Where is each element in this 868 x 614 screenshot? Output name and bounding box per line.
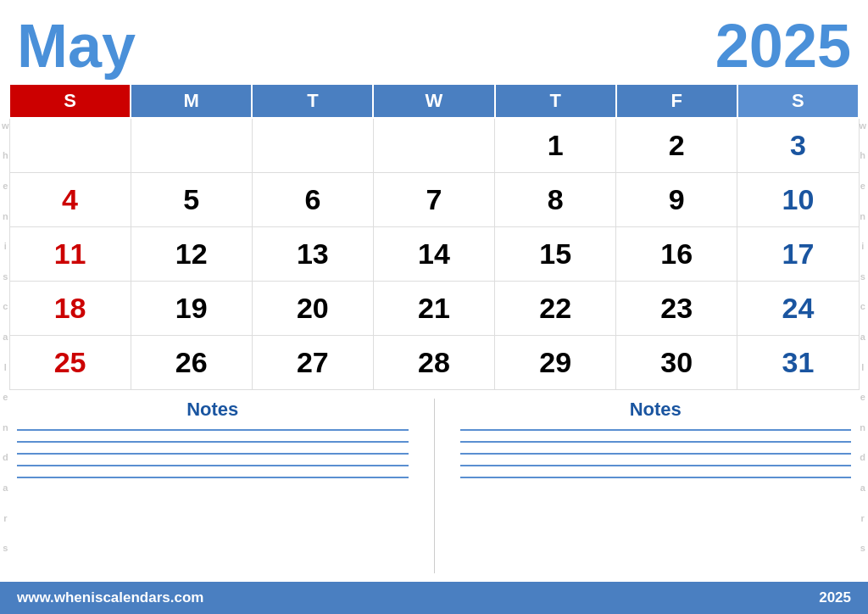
notes-line <box>460 477 852 478</box>
calendar-cell: 22 <box>495 281 616 335</box>
notes-label-left: Notes <box>17 399 409 421</box>
notes-column-right: Notes <box>460 399 852 574</box>
notes-line <box>17 441 409 443</box>
header-sunday: S <box>9 84 131 118</box>
calendar-cell <box>373 118 494 172</box>
calendar-row: 25262728293031 <box>9 335 859 389</box>
calendar-cell: 23 <box>616 281 737 335</box>
calendar-cell: 10 <box>737 172 859 226</box>
calendar-row: 123 <box>9 118 859 172</box>
notes-line <box>17 477 409 478</box>
calendar-cell <box>252 118 373 172</box>
header-friday: F <box>616 84 737 118</box>
calendar-cell: 3 <box>737 118 859 172</box>
notes-line <box>460 453 852 455</box>
calendar-cell: 11 <box>9 226 131 281</box>
weekday-header-row: S M T W T F S <box>9 84 859 118</box>
calendar-row: 11121314151617 <box>9 226 859 281</box>
calendar-cell: 17 <box>737 226 859 281</box>
header-monday: M <box>131 84 252 118</box>
calendar-cell: 7 <box>373 172 494 226</box>
calendar-cell: 19 <box>131 281 252 335</box>
calendar-cell: 5 <box>131 172 252 226</box>
calendar-cell: 31 <box>737 335 859 389</box>
notes-line <box>460 465 852 466</box>
calendar-container: S M T W T F S 12345678910111213141516171… <box>0 83 868 390</box>
notes-line <box>460 441 852 443</box>
calendar-cell: 30 <box>616 335 737 389</box>
header-tuesday: T <box>252 84 373 118</box>
header-thursday: T <box>495 84 616 118</box>
calendar-table: S M T W T F S 12345678910111213141516171… <box>8 83 860 390</box>
calendar-cell: 14 <box>373 226 494 281</box>
calendar-cell: 25 <box>9 335 131 389</box>
calendar-cell <box>131 118 252 172</box>
calendar-cell: 29 <box>495 335 616 389</box>
calendar-cell: 13 <box>252 226 373 281</box>
month-title: May <box>17 15 136 76</box>
calendar-cell: 9 <box>616 172 737 226</box>
header-saturday: S <box>737 84 859 118</box>
notes-lines-left <box>17 429 409 574</box>
calendar-row: 45678910 <box>9 172 859 226</box>
notes-lines-right <box>460 429 852 574</box>
calendar-cell: 8 <box>495 172 616 226</box>
notes-line <box>17 429 409 431</box>
calendar-cell: 1 <box>495 118 616 172</box>
header: May 2025 <box>0 0 868 83</box>
calendar-body: 1234567891011121314151617181920212223242… <box>9 118 859 389</box>
notes-line <box>17 465 409 466</box>
notes-column-left: Notes <box>17 399 409 574</box>
footer: www.wheniscalendars.com 2025 <box>0 582 868 614</box>
year-title: 2025 <box>715 15 851 76</box>
calendar-cell: 18 <box>9 281 131 335</box>
calendar-cell: 28 <box>373 335 494 389</box>
notes-section: Notes Notes <box>0 390 868 583</box>
notes-divider <box>434 399 435 574</box>
calendar-cell: 6 <box>252 172 373 226</box>
calendar-cell: 24 <box>737 281 859 335</box>
notes-line <box>17 453 409 455</box>
calendar-cell: 2 <box>616 118 737 172</box>
calendar-cell: 15 <box>495 226 616 281</box>
calendar-cell: 4 <box>9 172 131 226</box>
calendar-cell: 21 <box>373 281 494 335</box>
calendar-row: 18192021222324 <box>9 281 859 335</box>
footer-year: 2025 <box>819 589 851 606</box>
notes-line <box>460 429 852 431</box>
notes-label-right: Notes <box>460 399 852 421</box>
calendar-cell: 26 <box>131 335 252 389</box>
calendar-cell: 16 <box>616 226 737 281</box>
calendar-cell <box>9 118 131 172</box>
footer-url: www.wheniscalendars.com <box>17 589 203 606</box>
calendar-cell: 12 <box>131 226 252 281</box>
calendar-cell: 27 <box>252 335 373 389</box>
header-wednesday: W <box>373 84 494 118</box>
calendar-cell: 20 <box>252 281 373 335</box>
calendar-page: wheniscalendars wheniscalendars May 2025… <box>0 0 868 614</box>
